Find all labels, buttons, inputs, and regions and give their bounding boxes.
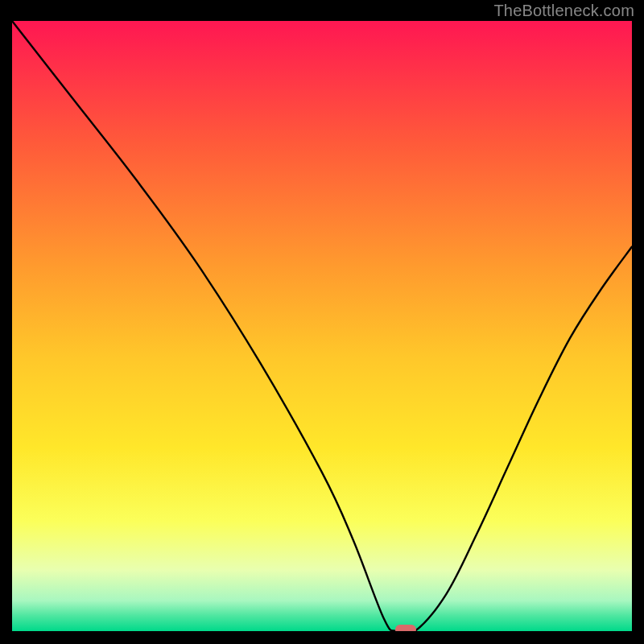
gradient-background <box>12 21 632 631</box>
chart-frame <box>12 21 632 631</box>
bottleneck-chart <box>12 21 632 631</box>
watermark-text: TheBottleneck.com <box>493 2 634 20</box>
optimal-point-marker <box>395 625 416 631</box>
